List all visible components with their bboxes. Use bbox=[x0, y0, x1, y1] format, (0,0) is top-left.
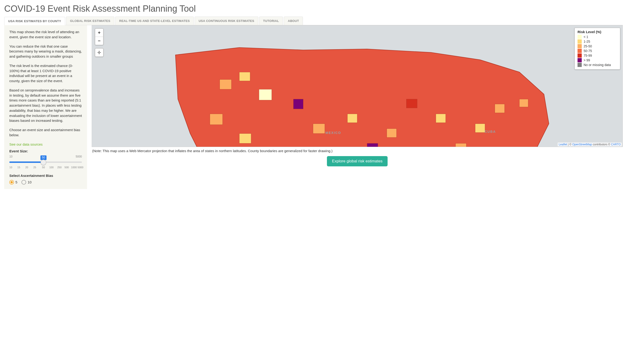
usa-choropleth bbox=[92, 25, 623, 147]
tab-bar: USA RISK ESTIMATES BY COUNTY GLOBAL RISK… bbox=[4, 17, 623, 25]
data-sources-link[interactable]: See our data sources bbox=[9, 142, 43, 146]
event-size-slider[interactable]: 10 5000 50 10 15 20 25 50 100 250 bbox=[9, 155, 82, 170]
tab-usa-county[interactable]: USA RISK ESTIMATES BY COUNTY bbox=[4, 17, 65, 25]
sidebar-intro-3: The risk level is the estimated chance (… bbox=[9, 63, 82, 84]
svg-rect-11 bbox=[456, 143, 466, 147]
slider-max: 5000 bbox=[76, 155, 82, 159]
locate-button[interactable] bbox=[95, 49, 103, 56]
slider-min: 10 bbox=[9, 155, 12, 159]
map-attribution: Leaflet | © OpenStreetMap contributors ©… bbox=[558, 143, 622, 146]
leaflet-link[interactable]: Leaflet bbox=[559, 143, 567, 146]
legend-title: Risk Level (%) bbox=[577, 30, 617, 34]
sidebar: This map shows the risk level of attendi… bbox=[4, 25, 87, 189]
locate-icon bbox=[97, 51, 101, 54]
legend-swatch bbox=[577, 44, 582, 48]
svg-rect-7 bbox=[367, 143, 378, 147]
map-note: (Note: This map uses a Web Mercator proj… bbox=[92, 149, 622, 153]
zoom-out-button[interactable]: − bbox=[95, 37, 103, 45]
tab-global[interactable]: GLOBAL RISK ESTIMATES bbox=[66, 17, 114, 25]
bias-option-5[interactable]: 5 bbox=[9, 180, 17, 185]
tab-continuous[interactable]: USA CONTINUOUS RISK ESTIMATES bbox=[195, 17, 258, 25]
event-size-label: Event Size: bbox=[9, 149, 82, 154]
svg-rect-9 bbox=[407, 99, 417, 108]
svg-rect-1 bbox=[220, 80, 231, 89]
legend-swatch bbox=[577, 53, 582, 58]
slider-value-bubble: 50 bbox=[40, 156, 46, 160]
slider-ticks: 10 15 20 25 50 100 250 500 1000 5000 bbox=[9, 166, 82, 170]
slider-knob[interactable] bbox=[41, 159, 46, 165]
svg-rect-6 bbox=[347, 114, 357, 123]
svg-rect-5 bbox=[313, 124, 325, 133]
bias-label: Select Ascertainment Bias bbox=[9, 173, 82, 178]
sidebar-intro-4: Based on seroprevalence data and increas… bbox=[9, 88, 82, 123]
svg-rect-18 bbox=[210, 114, 223, 125]
svg-rect-3 bbox=[259, 89, 272, 100]
legend-swatch bbox=[577, 63, 582, 67]
osm-link[interactable]: OpenStreetMap bbox=[572, 143, 592, 146]
radio-icon bbox=[9, 180, 14, 185]
sidebar-intro-2: You can reduce the risk that one case be… bbox=[9, 44, 82, 59]
svg-rect-10 bbox=[436, 114, 446, 123]
tab-about[interactable]: ABOUT bbox=[284, 17, 303, 25]
legend-swatch bbox=[577, 39, 582, 44]
risk-map[interactable]: + − Risk Level (%) < 1 1-25 25-50 50-75 bbox=[92, 25, 623, 147]
tab-tutorial[interactable]: TUTORIAL bbox=[259, 17, 283, 25]
legend-swatch bbox=[577, 49, 582, 53]
sidebar-intro-1: This map shows the risk level of attendi… bbox=[9, 29, 82, 40]
legend-swatch bbox=[577, 35, 582, 39]
bias-option-10[interactable]: 10 bbox=[21, 180, 32, 185]
legend-swatch bbox=[577, 58, 582, 62]
svg-point-21 bbox=[99, 52, 100, 53]
svg-rect-20 bbox=[520, 99, 528, 107]
svg-rect-17 bbox=[239, 133, 251, 143]
svg-rect-8 bbox=[387, 129, 396, 137]
carto-link[interactable]: CARTO bbox=[611, 143, 621, 146]
map-legend: Risk Level (%) < 1 1-25 25-50 50-75 75-9… bbox=[575, 28, 620, 69]
page-title: COVID-19 Event Risk Assessment Planning … bbox=[4, 4, 623, 14]
sidebar-intro-5: Choose an event size and ascertainment b… bbox=[9, 127, 82, 138]
svg-rect-13 bbox=[495, 104, 505, 113]
radio-icon bbox=[21, 180, 26, 185]
svg-rect-12 bbox=[475, 124, 485, 133]
svg-rect-4 bbox=[293, 99, 303, 109]
svg-rect-2 bbox=[239, 72, 250, 81]
tab-realtime[interactable]: REAL-TIME US AND STATE-LEVEL ESTIMATES bbox=[115, 17, 194, 25]
zoom-in-button[interactable]: + bbox=[95, 29, 103, 37]
explore-global-button[interactable]: Explore global risk estimates bbox=[327, 156, 388, 166]
